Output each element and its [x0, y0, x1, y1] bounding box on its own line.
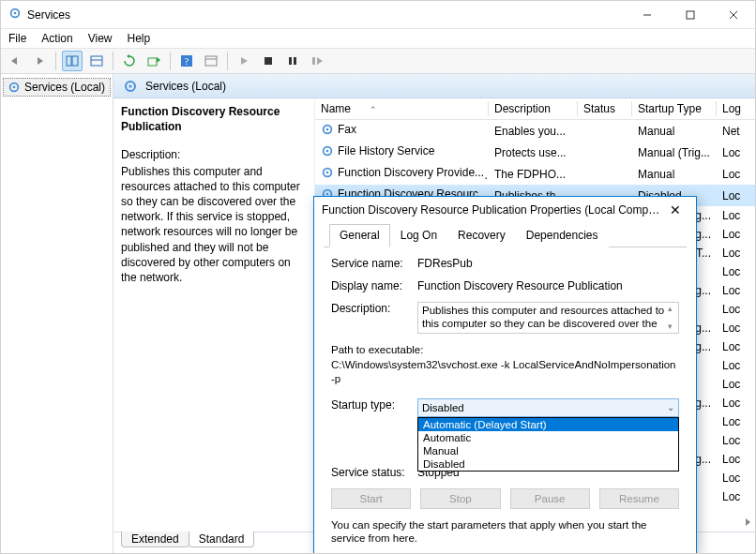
col-status[interactable]: Status: [578, 98, 632, 120]
svg-rect-13: [205, 56, 217, 66]
label-display-name: Display name:: [331, 279, 417, 292]
titlebar: Services: [1, 1, 755, 29]
tab-recovery[interactable]: Recovery: [447, 224, 516, 247]
col-startup[interactable]: Startup Type: [632, 98, 717, 120]
gear-icon: [123, 79, 138, 94]
value-service-name: FDResPub: [417, 257, 679, 270]
svg-rect-10: [148, 58, 157, 66]
table-row[interactable]: FaxEnables you...ManualNet: [315, 120, 755, 142]
close-button[interactable]: [712, 1, 755, 29]
sort-caret-icon: ⌃: [370, 105, 377, 114]
description-scrollbar[interactable]: ▴▾: [662, 304, 677, 332]
chevron-down-icon: ⌄: [667, 402, 674, 412]
description-box[interactable]: Publishes this computer and resources at…: [417, 302, 679, 334]
description-label: Description:: [121, 147, 307, 162]
svg-point-26: [326, 150, 329, 153]
export-button[interactable]: [144, 51, 164, 71]
svg-point-30: [326, 193, 329, 196]
show-hide-tree-button[interactable]: [62, 51, 83, 71]
dialog-tabs: General Log On Recovery Dependencies: [324, 223, 687, 247]
help-button[interactable]: ?: [176, 51, 197, 71]
table-row[interactable]: File History ServiceProtects use...Manua…: [315, 142, 755, 163]
dialog-titlebar: Function Discovery Resource Publication …: [314, 197, 696, 223]
startup-option[interactable]: Manual: [418, 444, 678, 457]
refresh-button[interactable]: [119, 51, 140, 71]
table-row[interactable]: Function Discovery Provide...The FDPHO..…: [315, 163, 755, 185]
menu-help[interactable]: Help: [128, 32, 151, 45]
dialog-title: Function Discovery Resource Publication …: [322, 203, 662, 217]
window-title: Services: [27, 8, 626, 22]
label-service-name: Service name:: [331, 257, 417, 270]
services-window: Services File Action View Help ?: [0, 0, 756, 554]
tree-item-services-local[interactable]: Services (Local): [3, 78, 111, 97]
start-parameters-note: You can specify the start parameters tha…: [331, 518, 679, 547]
pause-button[interactable]: Pause: [510, 488, 590, 509]
panel-header: Services (Local): [113, 74, 755, 98]
gear-icon: [8, 81, 21, 94]
details-view-button[interactable]: [86, 51, 107, 71]
dialog-body: Service name: FDResPub Display name: Fun…: [314, 247, 696, 553]
maximize-button[interactable]: [669, 1, 712, 29]
label-description: Description:: [331, 302, 417, 315]
tab-logon[interactable]: Log On: [390, 224, 447, 247]
menubar: File Action View Help: [1, 29, 755, 48]
svg-rect-8: [91, 56, 102, 66]
pause-service-button[interactable]: [282, 51, 303, 71]
startup-option[interactable]: Disabled: [418, 457, 678, 471]
panel-heading: Services (Local): [145, 80, 226, 93]
svg-point-1: [14, 12, 17, 15]
label-startup-type: Startup type:: [331, 398, 417, 412]
svg-rect-3: [687, 11, 694, 19]
resume-button[interactable]: Resume: [599, 488, 679, 509]
restart-service-button[interactable]: [307, 51, 327, 71]
menu-file[interactable]: File: [8, 32, 26, 45]
forward-button[interactable]: [29, 51, 50, 71]
service-properties-dialog: Function Discovery Resource Publication …: [313, 196, 697, 554]
startup-type-dropdown[interactable]: Automatic (Delayed Start)AutomaticManual…: [417, 417, 679, 472]
selected-service-title: Function Discovery Resource Publication: [121, 104, 307, 134]
col-logon[interactable]: Log: [717, 98, 755, 120]
tab-dependencies[interactable]: Dependencies: [516, 224, 609, 247]
back-button[interactable]: [5, 51, 25, 71]
svg-rect-18: [312, 57, 315, 65]
description-value: Publishes this computer and resources at…: [422, 305, 664, 329]
dialog-close-button[interactable]: ✕: [662, 202, 688, 217]
svg-point-24: [326, 128, 329, 131]
label-service-status: Service status:: [331, 466, 417, 479]
start-service-button[interactable]: [234, 51, 254, 71]
menu-view[interactable]: View: [88, 32, 113, 45]
start-button[interactable]: Start: [331, 488, 411, 509]
nav-tree: Services (Local): [1, 74, 113, 553]
properties-button[interactable]: [201, 51, 221, 71]
svg-rect-15: [265, 57, 272, 65]
label-path: Path to executable:: [331, 343, 679, 358]
gear-icon: [321, 123, 334, 136]
minimize-button[interactable]: [626, 1, 669, 29]
tree-item-label: Services (Local): [24, 81, 105, 94]
stop-button[interactable]: Stop: [420, 488, 500, 509]
startup-type-combo[interactable]: Disabled ⌄: [417, 398, 679, 417]
svg-rect-7: [72, 56, 78, 66]
svg-point-20: [13, 86, 16, 89]
tab-general[interactable]: General: [329, 224, 390, 247]
svg-rect-16: [289, 57, 292, 65]
tab-standard[interactable]: Standard: [189, 532, 255, 547]
svg-rect-6: [67, 56, 71, 66]
col-description[interactable]: Description: [489, 98, 578, 120]
svg-point-22: [129, 84, 132, 87]
svg-text:?: ?: [185, 56, 189, 67]
menu-action[interactable]: Action: [41, 32, 72, 45]
toolbar: ?: [1, 48, 755, 74]
app-icon: [8, 7, 22, 22]
tab-extended[interactable]: Extended: [121, 532, 189, 547]
value-display-name: Function Discovery Resource Publication: [417, 279, 679, 292]
description-text: Publishes this computer and resources at…: [121, 164, 307, 286]
svg-rect-17: [294, 57, 296, 65]
gear-icon: [321, 166, 334, 179]
startup-type-selected: Disabled: [422, 402, 464, 413]
col-name[interactable]: Name⌃: [315, 98, 489, 120]
startup-option[interactable]: Automatic (Delayed Start): [418, 418, 678, 431]
gear-icon: [321, 144, 334, 157]
startup-option[interactable]: Automatic: [418, 431, 678, 444]
stop-service-button[interactable]: [258, 51, 279, 71]
